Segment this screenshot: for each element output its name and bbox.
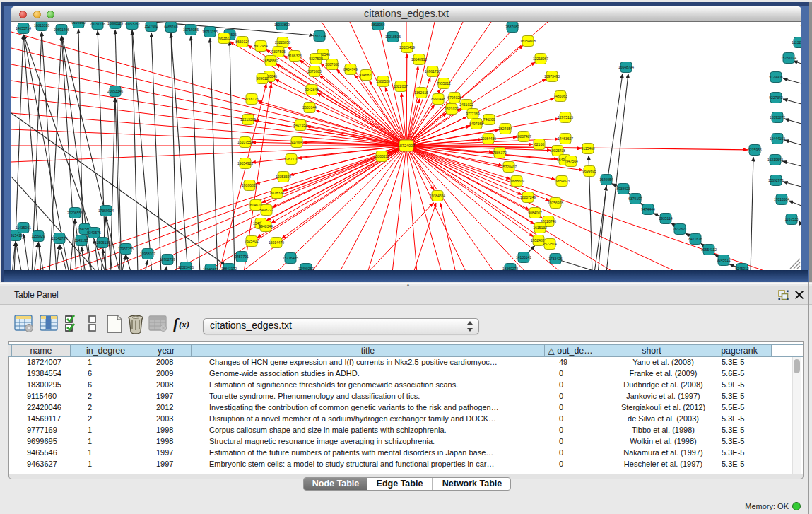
svg-text:7357224: 7357224 [312, 34, 326, 38]
svg-text:7947564: 7947564 [564, 159, 578, 163]
svg-text:9699695: 9699695 [582, 169, 596, 173]
svg-text:16154808: 16154808 [520, 39, 536, 43]
svg-text:12342737: 12342737 [52, 236, 67, 240]
svg-text:18640910: 18640910 [411, 57, 427, 62]
svg-text:1156829: 1156829 [31, 234, 45, 238]
svg-text:5498222: 5498222 [259, 208, 273, 212]
svg-text:62160: 62160 [534, 142, 544, 146]
svg-text:16815316: 16815316 [34, 23, 49, 28]
svg-text:15300215: 15300215 [374, 154, 389, 158]
svg-text:19756928: 19756928 [548, 201, 563, 205]
svg-text:19384554: 19384554 [430, 194, 445, 198]
svg-text:3215955: 3215955 [748, 148, 762, 152]
svg-text:9129906: 9129906 [769, 75, 783, 79]
svg-text:2522514: 2522514 [543, 242, 557, 246]
svg-text:10719155: 10719155 [183, 28, 199, 32]
svg-text:9948344: 9948344 [259, 224, 273, 228]
svg-text:8427552: 8427552 [293, 123, 307, 127]
svg-text:10973493: 10973493 [544, 74, 560, 78]
svg-text:12353594: 12353594 [276, 175, 291, 179]
svg-text:13325419: 13325419 [399, 45, 415, 49]
svg-text:9327508: 9327508 [309, 57, 323, 61]
svg-text:1822037: 1822037 [394, 84, 408, 88]
svg-text:8878334: 8878334 [270, 191, 284, 195]
svg-text:1362615: 1362615 [414, 90, 428, 95]
svg-text:18724007: 18724007 [398, 144, 415, 148]
svg-text:8938923: 8938923 [616, 187, 630, 191]
svg-text:3915419: 3915419 [11, 233, 23, 238]
svg-text:7632621: 7632621 [673, 227, 687, 231]
svg-text:1733426: 1733426 [548, 257, 563, 261]
svg-text:8660124: 8660124 [235, 40, 249, 44]
svg-text:12490259: 12490259 [298, 267, 314, 270]
svg-text:20053346: 20053346 [107, 89, 123, 93]
svg-text:8813054: 8813054 [371, 23, 385, 27]
svg-text:6466160: 6466160 [164, 25, 178, 29]
svg-text:6379197: 6379197 [628, 197, 642, 201]
svg-text:9245012: 9245012 [735, 267, 749, 270]
svg-text:7663822: 7663822 [217, 36, 231, 40]
svg-text:(x): (x) [179, 319, 189, 329]
svg-text:9340576: 9340576 [87, 230, 101, 235]
svg-text:15751074: 15751074 [781, 56, 796, 60]
svg-text:16961758: 16961758 [425, 69, 440, 74]
svg-text:18360278: 18360278 [502, 267, 518, 270]
svg-text:12213967: 12213967 [533, 57, 548, 61]
svg-text:20031236: 20031236 [90, 22, 105, 26]
svg-text:20206556: 20206556 [67, 211, 83, 215]
svg-text:9084067: 9084067 [528, 211, 542, 215]
svg-text:16914479: 16914479 [269, 240, 284, 245]
svg-text:12975115: 12975115 [558, 115, 573, 119]
svg-text:2451022: 2451022 [459, 103, 473, 107]
svg-text:989612: 989612 [257, 76, 269, 81]
svg-text:16210643: 16210643 [767, 158, 783, 162]
svg-text:14055714: 14055714 [16, 26, 31, 30]
svg-text:9327505: 9327505 [271, 49, 286, 54]
svg-text:18843172: 18843172 [221, 267, 237, 270]
svg-text:746266: 746266 [483, 117, 495, 122]
svg-text:9457791: 9457791 [235, 255, 249, 259]
svg-text:1312559: 1312559 [800, 25, 801, 29]
svg-text:8186323: 8186323 [288, 54, 302, 58]
svg-text:10958107: 10958107 [140, 252, 155, 256]
svg-text:9146821: 9146821 [359, 73, 373, 77]
svg-text:1145193: 1145193 [74, 238, 88, 243]
svg-text:2935114: 2935114 [659, 216, 672, 221]
svg-text:7955812: 7955812 [437, 81, 451, 86]
svg-text:16648794: 16648794 [618, 65, 634, 69]
svg-text:9694560: 9694560 [71, 22, 86, 25]
svg-text:17016504: 17016504 [774, 197, 789, 201]
svg-text:19218506: 19218506 [385, 35, 401, 39]
svg-text:11435061: 11435061 [16, 226, 31, 230]
svg-text:11132559: 11132559 [792, 40, 801, 45]
svg-text:1588520: 1588520 [376, 79, 390, 83]
svg-text:8990448: 8990448 [431, 97, 445, 101]
svg-text:19166829: 19166829 [242, 183, 257, 187]
svg-text:15692971: 15692971 [768, 178, 784, 182]
svg-text:1527602: 1527602 [144, 24, 158, 28]
svg-text:9242848: 9242848 [305, 88, 319, 92]
svg-text:9777169: 9777169 [466, 112, 480, 116]
svg-text:8912954: 8912954 [254, 44, 268, 48]
svg-text:7485063: 7485063 [553, 94, 567, 98]
svg-text:12213369: 12213369 [240, 117, 256, 122]
svg-text:6794028: 6794028 [447, 95, 461, 100]
svg-text:2718176: 2718176 [245, 97, 259, 101]
svg-text:12505135: 12505135 [95, 240, 110, 245]
svg-text:16033809: 16033809 [274, 23, 290, 27]
svg-text:19654923: 19654923 [554, 179, 570, 183]
svg-text:2603144: 2603144 [302, 105, 317, 110]
svg-text:17359924: 17359924 [98, 209, 114, 213]
svg-text:15716485: 15716485 [283, 256, 298, 260]
svg-text:23226058: 23226058 [275, 40, 290, 45]
svg-text:1615132: 1615132 [533, 226, 547, 230]
svg-text:12093872: 12093872 [770, 115, 785, 119]
svg-text:10653267: 10653267 [124, 22, 140, 26]
svg-text:2687682: 2687682 [505, 25, 519, 29]
svg-text:20691406: 20691406 [54, 28, 69, 32]
svg-text:9267110: 9267110 [284, 157, 298, 161]
svg-text:6497568: 6497568 [469, 122, 483, 126]
svg-text:19654923: 19654923 [237, 161, 253, 165]
svg-text:10246919: 10246919 [203, 267, 218, 270]
svg-text:2867608: 2867608 [325, 62, 339, 66]
